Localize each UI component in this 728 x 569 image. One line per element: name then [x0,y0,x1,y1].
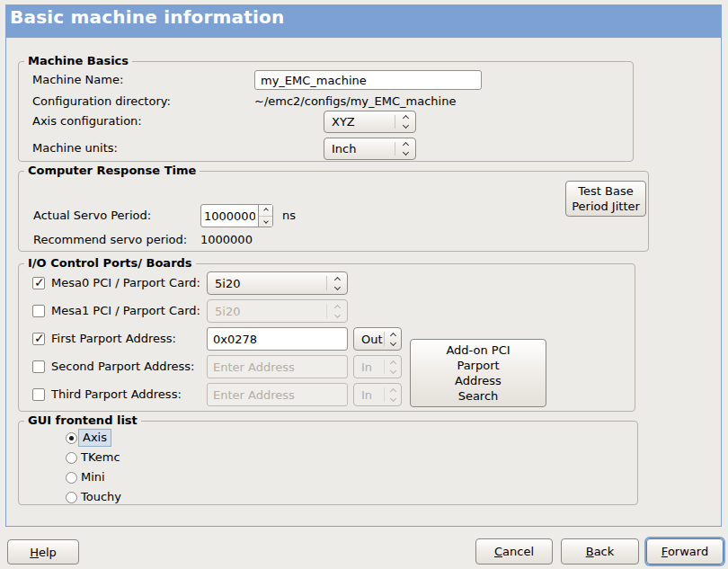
first-parport-direction-value: Out [354,333,384,346]
combo-chevrons-icon [385,333,401,345]
mesa1-label: Mesa1 PCI / Parport Card: [51,304,200,318]
spinner-arrows [258,205,272,227]
wizard-window: Basic machine information Machine Basics… [0,0,728,569]
gui-frontend-title: GUI frontend list [24,413,141,428]
combo-chevrons-icon [385,389,401,401]
servo-period-unit: ns [282,209,296,223]
spin-down-icon[interactable] [259,217,272,227]
machine-name-input[interactable] [254,70,482,90]
radio-axis[interactable] [66,432,77,444]
radio-mini[interactable] [66,472,77,484]
combo-chevrons-icon [395,116,415,128]
machine-basics-title: Machine Basics [24,54,132,68]
third-parport-direction-combobox: In [353,383,402,406]
first-parport-label: First Parport Address: [51,332,176,346]
mesa1-checkbox[interactable] [32,305,45,317]
combo-chevrons-icon [327,306,347,317]
combo-chevrons-icon [385,361,401,373]
mesa0-card-combobox[interactable]: 5i20 [207,271,348,295]
help-button[interactable]: Help [7,539,79,565]
machine-units-label: Machine units: [32,141,118,156]
servo-period-spinner [200,204,273,227]
mesa0-label: Mesa0 PCI / Parport Card: [51,276,200,290]
mesa1-card-value: 5i20 [208,305,326,318]
addon-pci-parport-search-button[interactable]: Add-on PCI Parport Address Search [410,339,546,407]
servo-period-label: Actual Servo Period: [33,209,151,223]
recommend-period-value: 1000000 [200,233,253,247]
second-parport-direction-value: In [354,360,384,374]
first-parport-checkbox[interactable] [32,333,45,345]
first-parport-direction-combobox[interactable]: Out [353,327,402,351]
axis-config-combobox[interactable]: XYZ [324,111,416,133]
second-parport-address-input [207,355,348,378]
axis-config-label: Axis configuration: [32,114,142,129]
back-button[interactable]: Back [561,538,639,565]
mesa0-card-value: 5i20 [208,277,326,290]
third-parport-checkbox[interactable] [32,388,45,401]
machine-units-combobox[interactable]: Inch [324,138,416,160]
third-parport-address-input [207,383,348,406]
recommend-period-label: Recommend servo period: [33,233,187,247]
combo-chevrons-icon [327,278,347,289]
machine-units-value: Inch [324,142,395,156]
response-time-title: Computer Response Time [24,164,200,178]
radio-touchy-label[interactable]: Touchy [81,490,121,504]
machine-name-label: Machine Name: [32,73,123,87]
radio-tkemc[interactable] [66,452,77,464]
config-dir-value: ~/emc2/configs/my_EMC_machine [254,94,456,109]
spin-up-icon[interactable] [259,205,272,217]
radio-mini-label[interactable]: Mini [81,470,105,485]
io-ports-title: I/O Control Ports/ Boards [24,256,196,271]
second-parport-checkbox[interactable] [32,360,45,373]
mesa1-card-combobox: 5i20 [207,299,348,323]
servo-period-input[interactable] [201,205,258,227]
axis-config-value: XYZ [324,115,395,129]
mesa0-checkbox[interactable] [32,277,45,289]
radio-axis-label[interactable]: Axis [78,429,111,447]
forward-button[interactable]: Forward [646,538,724,565]
first-parport-address-input[interactable] [207,327,348,351]
radio-touchy[interactable] [66,492,77,503]
page-title: Basic machine information [10,6,285,28]
second-parport-label: Second Parport Address: [51,360,194,374]
third-parport-label: Third Parport Address: [51,387,182,402]
test-base-period-jitter-button[interactable]: Test Base Period Jitter [565,181,646,217]
third-parport-direction-value: In [354,388,384,402]
radio-tkemc-label[interactable]: TKemc [81,450,120,465]
combo-chevrons-icon [395,143,415,155]
second-parport-direction-combobox: In [353,355,402,378]
config-dir-label: Configuration directory: [32,94,171,109]
cancel-button[interactable]: Cancel [475,538,553,565]
